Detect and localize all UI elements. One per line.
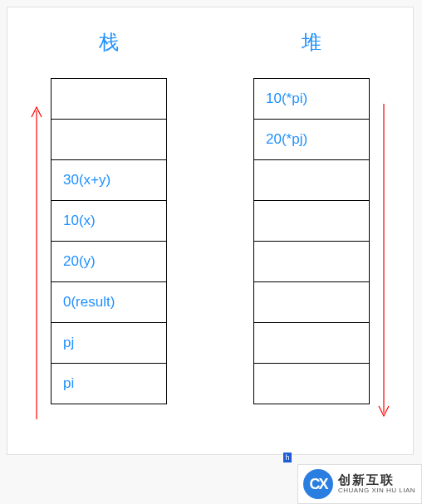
heap-cell xyxy=(253,281,370,323)
brand-name-cn: 创新互联 xyxy=(338,473,415,487)
diagram-page: 栈 30(x+y) 10(x) 20(y) 0(result) pj pi xyxy=(7,7,414,455)
stack-cell xyxy=(51,119,167,160)
stack-title: 栈 xyxy=(99,29,119,56)
heap-cell: 20(*pj) xyxy=(253,119,370,160)
stack-cell xyxy=(51,78,167,120)
heap-column: 堆 10(*pi) 20(*pj) xyxy=(253,29,370,404)
stack-cell: pj xyxy=(51,322,167,364)
brand-badge: CX 创新互联 CHUANG XIN HU LIAN xyxy=(297,464,422,504)
stack-cell: 20(y) xyxy=(51,241,167,282)
heap-cell xyxy=(253,200,370,242)
stack-column: 栈 30(x+y) 10(x) 20(y) 0(result) pj pi xyxy=(51,29,167,404)
heap-arrow-down-icon xyxy=(376,104,391,419)
stack-cell: 30(x+y) xyxy=(51,159,167,201)
heap-title: 堆 xyxy=(302,29,321,56)
stack-cells: 30(x+y) 10(x) 20(y) 0(result) pj pi xyxy=(51,79,167,404)
heap-cell: 10(*pi) xyxy=(253,78,370,120)
brand-logo-icon: CX xyxy=(303,469,333,499)
stack-cell: pi xyxy=(51,363,167,404)
brand-name-en: CHUANG XIN HU LIAN xyxy=(338,487,415,495)
stack-cell: 10(x) xyxy=(51,200,167,242)
marker-icon: h xyxy=(283,453,292,462)
stack-arrow-up-icon xyxy=(29,104,44,419)
heap-cell xyxy=(253,322,370,364)
heap-cells: 10(*pi) 20(*pj) xyxy=(253,79,370,404)
heap-cell xyxy=(253,159,370,201)
heap-cell xyxy=(253,241,370,282)
brand-text: 创新互联 CHUANG XIN HU LIAN xyxy=(338,473,415,494)
stack-cell: 0(result) xyxy=(51,281,167,323)
columns: 栈 30(x+y) 10(x) 20(y) 0(result) pj pi xyxy=(7,7,413,404)
heap-cell xyxy=(253,363,370,404)
